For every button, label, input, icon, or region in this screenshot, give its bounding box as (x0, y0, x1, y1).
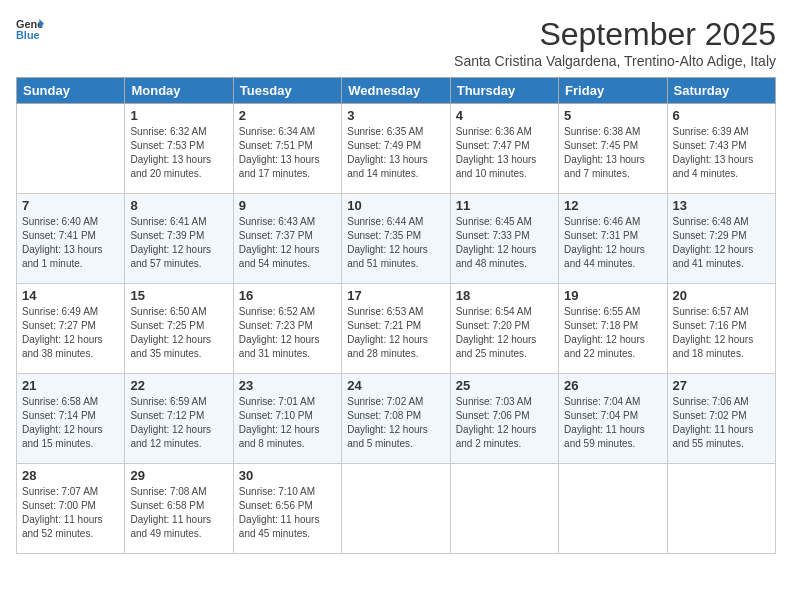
calendar-cell: 21Sunrise: 6:58 AMSunset: 7:14 PMDayligh… (17, 374, 125, 464)
col-header-wednesday: Wednesday (342, 78, 450, 104)
col-header-monday: Monday (125, 78, 233, 104)
cell-info: Sunrise: 6:34 AMSunset: 7:51 PMDaylight:… (239, 125, 336, 181)
col-header-thursday: Thursday (450, 78, 558, 104)
calendar-cell: 14Sunrise: 6:49 AMSunset: 7:27 PMDayligh… (17, 284, 125, 374)
calendar-cell: 18Sunrise: 6:54 AMSunset: 7:20 PMDayligh… (450, 284, 558, 374)
cell-info: Sunrise: 7:01 AMSunset: 7:10 PMDaylight:… (239, 395, 336, 451)
calendar-cell: 13Sunrise: 6:48 AMSunset: 7:29 PMDayligh… (667, 194, 775, 284)
day-number: 21 (22, 378, 119, 393)
day-number: 18 (456, 288, 553, 303)
col-header-friday: Friday (559, 78, 667, 104)
cell-info: Sunrise: 6:58 AMSunset: 7:14 PMDaylight:… (22, 395, 119, 451)
calendar-cell: 15Sunrise: 6:50 AMSunset: 7:25 PMDayligh… (125, 284, 233, 374)
calendar-cell (17, 104, 125, 194)
svg-text:Blue: Blue (16, 29, 40, 41)
day-number: 12 (564, 198, 661, 213)
cell-info: Sunrise: 7:10 AMSunset: 6:56 PMDaylight:… (239, 485, 336, 541)
calendar-cell: 29Sunrise: 7:08 AMSunset: 6:58 PMDayligh… (125, 464, 233, 554)
day-number: 14 (22, 288, 119, 303)
cell-info: Sunrise: 6:52 AMSunset: 7:23 PMDaylight:… (239, 305, 336, 361)
calendar-cell: 26Sunrise: 7:04 AMSunset: 7:04 PMDayligh… (559, 374, 667, 464)
cell-info: Sunrise: 6:39 AMSunset: 7:43 PMDaylight:… (673, 125, 770, 181)
calendar-cell: 11Sunrise: 6:45 AMSunset: 7:33 PMDayligh… (450, 194, 558, 284)
page-header: General Blue September 2025 Santa Cristi… (16, 16, 776, 69)
calendar-cell: 7Sunrise: 6:40 AMSunset: 7:41 PMDaylight… (17, 194, 125, 284)
day-number: 9 (239, 198, 336, 213)
calendar-cell: 17Sunrise: 6:53 AMSunset: 7:21 PMDayligh… (342, 284, 450, 374)
cell-info: Sunrise: 6:32 AMSunset: 7:53 PMDaylight:… (130, 125, 227, 181)
day-number: 3 (347, 108, 444, 123)
calendar-cell: 2Sunrise: 6:34 AMSunset: 7:51 PMDaylight… (233, 104, 341, 194)
cell-info: Sunrise: 7:02 AMSunset: 7:08 PMDaylight:… (347, 395, 444, 451)
calendar-cell: 10Sunrise: 6:44 AMSunset: 7:35 PMDayligh… (342, 194, 450, 284)
cell-info: Sunrise: 6:40 AMSunset: 7:41 PMDaylight:… (22, 215, 119, 271)
day-number: 16 (239, 288, 336, 303)
title-block: September 2025 Santa Cristina Valgardena… (454, 16, 776, 69)
day-number: 19 (564, 288, 661, 303)
day-number: 28 (22, 468, 119, 483)
day-number: 8 (130, 198, 227, 213)
cell-info: Sunrise: 6:49 AMSunset: 7:27 PMDaylight:… (22, 305, 119, 361)
calendar-cell: 25Sunrise: 7:03 AMSunset: 7:06 PMDayligh… (450, 374, 558, 464)
calendar-cell: 28Sunrise: 7:07 AMSunset: 7:00 PMDayligh… (17, 464, 125, 554)
cell-info: Sunrise: 6:54 AMSunset: 7:20 PMDaylight:… (456, 305, 553, 361)
calendar-week-3: 14Sunrise: 6:49 AMSunset: 7:27 PMDayligh… (17, 284, 776, 374)
calendar-cell: 23Sunrise: 7:01 AMSunset: 7:10 PMDayligh… (233, 374, 341, 464)
calendar-cell: 4Sunrise: 6:36 AMSunset: 7:47 PMDaylight… (450, 104, 558, 194)
cell-info: Sunrise: 6:53 AMSunset: 7:21 PMDaylight:… (347, 305, 444, 361)
day-number: 5 (564, 108, 661, 123)
calendar-body: 1Sunrise: 6:32 AMSunset: 7:53 PMDaylight… (17, 104, 776, 554)
location-title: Santa Cristina Valgardena, Trentino-Alto… (454, 53, 776, 69)
cell-info: Sunrise: 6:46 AMSunset: 7:31 PMDaylight:… (564, 215, 661, 271)
day-number: 10 (347, 198, 444, 213)
calendar-week-4: 21Sunrise: 6:58 AMSunset: 7:14 PMDayligh… (17, 374, 776, 464)
cell-info: Sunrise: 6:43 AMSunset: 7:37 PMDaylight:… (239, 215, 336, 271)
cell-info: Sunrise: 7:03 AMSunset: 7:06 PMDaylight:… (456, 395, 553, 451)
calendar-cell: 6Sunrise: 6:39 AMSunset: 7:43 PMDaylight… (667, 104, 775, 194)
calendar-cell (559, 464, 667, 554)
day-number: 22 (130, 378, 227, 393)
cell-info: Sunrise: 6:45 AMSunset: 7:33 PMDaylight:… (456, 215, 553, 271)
calendar-cell: 9Sunrise: 6:43 AMSunset: 7:37 PMDaylight… (233, 194, 341, 284)
cell-info: Sunrise: 7:08 AMSunset: 6:58 PMDaylight:… (130, 485, 227, 541)
day-number: 2 (239, 108, 336, 123)
day-number: 24 (347, 378, 444, 393)
cell-info: Sunrise: 6:55 AMSunset: 7:18 PMDaylight:… (564, 305, 661, 361)
col-header-saturday: Saturday (667, 78, 775, 104)
day-number: 1 (130, 108, 227, 123)
day-number: 29 (130, 468, 227, 483)
day-number: 25 (456, 378, 553, 393)
calendar-cell: 5Sunrise: 6:38 AMSunset: 7:45 PMDaylight… (559, 104, 667, 194)
cell-info: Sunrise: 7:06 AMSunset: 7:02 PMDaylight:… (673, 395, 770, 451)
cell-info: Sunrise: 7:07 AMSunset: 7:00 PMDaylight:… (22, 485, 119, 541)
calendar-cell: 30Sunrise: 7:10 AMSunset: 6:56 PMDayligh… (233, 464, 341, 554)
calendar-cell: 8Sunrise: 6:41 AMSunset: 7:39 PMDaylight… (125, 194, 233, 284)
cell-info: Sunrise: 6:57 AMSunset: 7:16 PMDaylight:… (673, 305, 770, 361)
col-header-tuesday: Tuesday (233, 78, 341, 104)
cell-info: Sunrise: 6:44 AMSunset: 7:35 PMDaylight:… (347, 215, 444, 271)
cell-info: Sunrise: 6:50 AMSunset: 7:25 PMDaylight:… (130, 305, 227, 361)
day-number: 13 (673, 198, 770, 213)
calendar-header-row: SundayMondayTuesdayWednesdayThursdayFrid… (17, 78, 776, 104)
day-number: 20 (673, 288, 770, 303)
calendar-cell: 1Sunrise: 6:32 AMSunset: 7:53 PMDaylight… (125, 104, 233, 194)
month-title: September 2025 (454, 16, 776, 53)
day-number: 17 (347, 288, 444, 303)
calendar-week-2: 7Sunrise: 6:40 AMSunset: 7:41 PMDaylight… (17, 194, 776, 284)
cell-info: Sunrise: 6:48 AMSunset: 7:29 PMDaylight:… (673, 215, 770, 271)
calendar-cell: 22Sunrise: 6:59 AMSunset: 7:12 PMDayligh… (125, 374, 233, 464)
calendar-cell (450, 464, 558, 554)
logo: General Blue (16, 16, 44, 44)
cell-info: Sunrise: 6:38 AMSunset: 7:45 PMDaylight:… (564, 125, 661, 181)
calendar-cell: 20Sunrise: 6:57 AMSunset: 7:16 PMDayligh… (667, 284, 775, 374)
calendar-cell: 24Sunrise: 7:02 AMSunset: 7:08 PMDayligh… (342, 374, 450, 464)
calendar-cell (342, 464, 450, 554)
logo-icon: General Blue (16, 16, 44, 44)
calendar-week-1: 1Sunrise: 6:32 AMSunset: 7:53 PMDaylight… (17, 104, 776, 194)
day-number: 11 (456, 198, 553, 213)
calendar-week-5: 28Sunrise: 7:07 AMSunset: 7:00 PMDayligh… (17, 464, 776, 554)
day-number: 30 (239, 468, 336, 483)
calendar-table: SundayMondayTuesdayWednesdayThursdayFrid… (16, 77, 776, 554)
day-number: 23 (239, 378, 336, 393)
calendar-cell: 19Sunrise: 6:55 AMSunset: 7:18 PMDayligh… (559, 284, 667, 374)
